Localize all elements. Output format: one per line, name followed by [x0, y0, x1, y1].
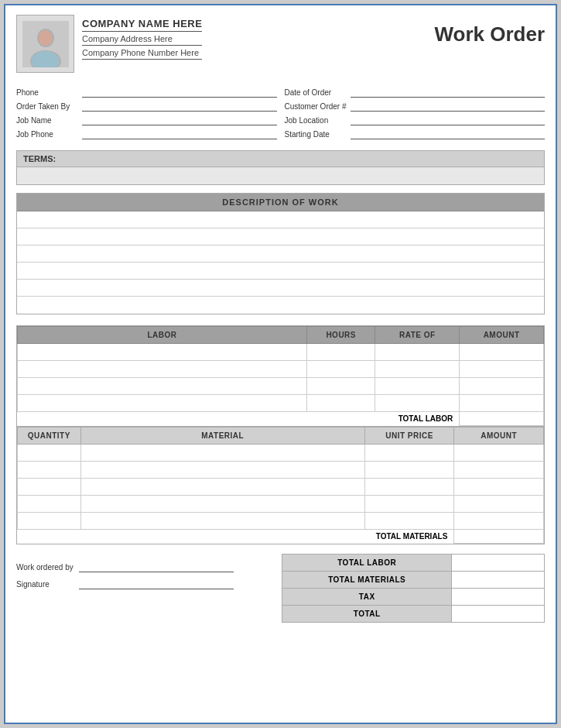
terms-body[interactable] — [17, 167, 544, 184]
labor-r2-amount[interactable] — [460, 361, 544, 378]
company-phone: Company Phone Number Here — [82, 48, 202, 60]
labor-r1-amount[interactable] — [460, 344, 544, 361]
mat-r1-material[interactable] — [80, 445, 364, 462]
summary-table: TOTAL LABOR TOTAL MATERIALS TAX TOTAL — [282, 554, 545, 623]
job-name-input[interactable] — [82, 115, 277, 125]
desc-row-2[interactable] — [17, 228, 544, 246]
material-total-label: TOTAL MATERIALS — [18, 530, 454, 544]
date-of-order-label: Date of Order — [285, 88, 347, 97]
field-phone: Phone — [16, 87, 277, 98]
material-row-3 — [18, 479, 544, 496]
mat-r5-unitprice[interactable] — [364, 513, 454, 530]
mat-r3-amount[interactable] — [454, 479, 544, 496]
signature-section: Work ordered by Signature — [16, 554, 234, 589]
description-section: DESCRIPTION OF WORK — [16, 193, 545, 314]
customer-order-input[interactable] — [351, 101, 545, 112]
labor-r1-hours[interactable] — [307, 344, 375, 361]
signature-label: Signature — [16, 580, 74, 589]
labor-r4-hours[interactable] — [307, 395, 375, 412]
summary-total-label: TOTAL — [282, 606, 452, 623]
labor-table: LABOR HOURS RATE OF AMOUNT — [17, 326, 544, 426]
desc-row-6[interactable] — [17, 297, 544, 314]
company-info: COMPANY NAME HERE Company Address Here C… — [82, 15, 202, 62]
terms-header: TERMS: — [17, 151, 544, 167]
mat-r2-qty[interactable] — [18, 462, 81, 479]
labor-section: LABOR HOURS RATE OF AMOUNT — [16, 325, 545, 427]
field-job-phone: Job Phone — [16, 129, 277, 139]
company-photo — [16, 15, 74, 73]
material-total-row: TOTAL MATERIALS — [18, 530, 544, 544]
svg-point-3 — [39, 30, 53, 46]
job-name-label: Job Name — [16, 116, 78, 125]
mat-r1-unitprice[interactable] — [364, 445, 454, 462]
mat-r1-qty[interactable] — [18, 445, 81, 462]
summary-row-total: TOTAL — [282, 606, 545, 623]
summary-total-value[interactable] — [452, 606, 545, 623]
mat-r4-amount[interactable] — [454, 496, 544, 513]
material-row-1 — [18, 445, 544, 462]
labor-r4-rate[interactable] — [375, 395, 460, 412]
labor-r3-rate[interactable] — [375, 378, 460, 395]
phone-input[interactable] — [82, 87, 277, 98]
date-of-order-input[interactable] — [351, 87, 546, 98]
work-ordered-by-input[interactable] — [79, 561, 234, 572]
summary-total-labor-value[interactable] — [452, 555, 545, 572]
mat-r5-qty[interactable] — [18, 513, 81, 530]
labor-r4-desc[interactable] — [18, 395, 307, 412]
labor-r2-desc[interactable] — [18, 361, 307, 378]
mat-r4-material[interactable] — [80, 496, 364, 513]
work-order-page: COMPANY NAME HERE Company Address Here C… — [4, 4, 557, 724]
labor-r1-rate[interactable] — [375, 344, 460, 361]
order-taken-by-input[interactable] — [82, 101, 277, 112]
mat-r3-material[interactable] — [80, 479, 364, 496]
material-total-value[interactable] — [454, 530, 544, 544]
mat-r2-material[interactable] — [80, 462, 364, 479]
page-title: Work Order — [434, 15, 545, 46]
labor-r1-desc[interactable] — [18, 344, 307, 361]
summary-total-materials-value[interactable] — [452, 572, 545, 589]
customer-order-label: Customer Order # — [285, 102, 347, 111]
signature-row: Signature — [16, 579, 234, 589]
mat-r4-unitprice[interactable] — [364, 496, 454, 513]
mat-r2-unitprice[interactable] — [364, 462, 454, 479]
desc-row-1[interactable] — [17, 211, 544, 228]
order-taken-by-label: Order Taken By — [16, 102, 78, 111]
description-header: DESCRIPTION OF WORK — [17, 194, 544, 211]
labor-r2-rate[interactable] — [375, 361, 460, 378]
amount-col-header: AMOUNT — [460, 327, 544, 344]
mat-r3-qty[interactable] — [18, 479, 81, 496]
labor-r4-amount[interactable] — [460, 395, 544, 412]
company-name: COMPANY NAME HERE — [82, 18, 202, 32]
labor-row-1 — [18, 344, 544, 361]
phone-label: Phone — [16, 88, 78, 97]
labor-r2-hours[interactable] — [307, 361, 375, 378]
summary-tax-value[interactable] — [452, 589, 545, 606]
mat-r4-qty[interactable] — [18, 496, 81, 513]
mat-r5-amount[interactable] — [454, 513, 544, 530]
starting-date-input[interactable] — [351, 129, 546, 139]
mat-r1-amount[interactable] — [454, 445, 544, 462]
hours-col-header: HOURS — [307, 327, 375, 344]
field-customer-order: Customer Order # — [285, 101, 546, 112]
labor-total-value[interactable] — [460, 412, 544, 426]
field-job-location: Job Location — [285, 115, 546, 125]
summary-row-tax: TAX — [282, 589, 545, 606]
terms-section: TERMS: — [16, 150, 545, 185]
job-location-input[interactable] — [351, 115, 546, 125]
desc-row-5[interactable] — [17, 280, 544, 297]
job-phone-input[interactable] — [82, 129, 277, 139]
signature-input[interactable] — [79, 579, 234, 589]
mat-r3-unitprice[interactable] — [364, 479, 454, 496]
labor-r3-hours[interactable] — [307, 378, 375, 395]
desc-row-4[interactable] — [17, 263, 544, 280]
summary-total-materials-label: TOTAL MATERIALS — [282, 572, 452, 589]
mat-r5-material[interactable] — [80, 513, 364, 530]
mat-r2-amount[interactable] — [454, 462, 544, 479]
unitprice-col-header: UNIT PRICE — [364, 428, 454, 445]
desc-row-3[interactable] — [17, 246, 544, 263]
material-row-5 — [18, 513, 544, 530]
labor-r3-amount[interactable] — [460, 378, 544, 395]
labor-row-2 — [18, 361, 544, 378]
field-date-of-order: Date of Order — [285, 87, 546, 98]
labor-r3-desc[interactable] — [18, 378, 307, 395]
